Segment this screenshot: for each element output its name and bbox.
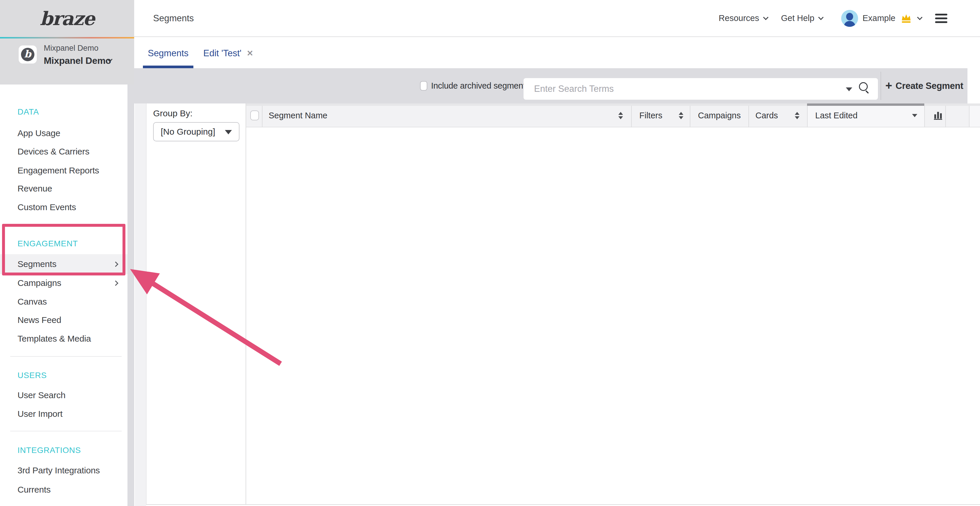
sidebar-item-campaigns[interactable]: Campaigns xyxy=(18,277,122,289)
sidebar-item-user-import[interactable]: User Import xyxy=(18,408,122,420)
sidebar-item-label: Campaigns xyxy=(18,278,61,288)
sidebar-item-currents[interactable]: Currents xyxy=(18,484,122,495)
braze-b-icon: b xyxy=(21,48,34,61)
column-divider xyxy=(262,103,262,127)
user-avatar[interactable] xyxy=(841,10,858,27)
horizontal-scrollbar-thumb[interactable] xyxy=(807,103,924,106)
sidebar-section-data: DATA xyxy=(18,107,39,117)
page-title: Segments xyxy=(153,0,194,36)
get-help-menu[interactable]: Get Help xyxy=(781,13,823,23)
group-by-panel: Group By: [No Grouping] xyxy=(146,103,246,505)
tab-bar: Segments Edit 'Test' ✕ xyxy=(134,38,980,68)
chevron-down-icon xyxy=(763,14,768,20)
select-all-checkbox[interactable] xyxy=(250,111,259,121)
get-help-label: Get Help xyxy=(781,13,815,23)
group-by-label: Group By: xyxy=(153,108,192,118)
crown-icon xyxy=(900,13,912,23)
sidebar-item-revenue[interactable]: Revenue xyxy=(18,183,122,194)
column-campaigns[interactable]: Campaigns xyxy=(698,103,741,127)
sidebar-item-app-usage[interactable]: App Usage xyxy=(18,127,122,139)
sidebar-section-engagement: ENGAGEMENT xyxy=(18,238,78,249)
sidebar-section-integrations: INTEGRATIONS xyxy=(18,445,81,455)
plus-icon: + xyxy=(886,79,892,92)
sort-filters[interactable] xyxy=(679,103,683,127)
resources-menu[interactable]: Resources xyxy=(719,13,768,23)
column-filters[interactable]: Filters xyxy=(640,103,662,127)
workspace-app-icon: b xyxy=(19,46,37,63)
group-by-value: [No Grouping] xyxy=(161,127,215,137)
column-divider xyxy=(748,103,749,127)
workspace-selector[interactable]: b Mixpanel Demo Mixpanel Demo xyxy=(0,38,135,84)
sidebar-header: braze xyxy=(0,0,134,37)
topbar-right: Resources Get Help Example xyxy=(719,0,947,36)
column-divider xyxy=(631,103,632,127)
workspace-title: Mixpanel Demo xyxy=(44,56,111,66)
analytics-chart-icon[interactable] xyxy=(932,103,945,127)
sidebar-item-templates-media[interactable]: Templates & Media xyxy=(18,333,122,344)
sort-last-edited-desc[interactable] xyxy=(912,103,917,127)
workspace-subtitle: Mixpanel Demo xyxy=(44,44,99,53)
tab-edit-test-label: Edit 'Test' xyxy=(203,48,242,59)
topbar: Segments Resources Get Help Example xyxy=(134,0,980,37)
create-segment-label: Create Segment xyxy=(896,81,963,91)
sidebar-item-user-search[interactable]: User Search xyxy=(18,389,122,401)
sidebar-item-canvas[interactable]: Canvas xyxy=(18,296,122,308)
sidebar-divider xyxy=(10,356,122,357)
braze-dashboard: braze b Mixpanel Demo Mixpanel Demo DATA… xyxy=(0,0,980,506)
create-segment-button[interactable]: + Create Segment xyxy=(881,68,967,103)
sidebar-item-segments[interactable]: Segments xyxy=(18,258,122,270)
column-divider xyxy=(945,103,946,127)
sidebar-item-custom-events[interactable]: Custom Events xyxy=(18,201,122,213)
tab-edit-test[interactable]: Edit 'Test' ✕ xyxy=(203,38,253,68)
column-divider xyxy=(924,103,925,127)
sidebar-item-3rd-party-integrations[interactable]: 3rd Party Integrations xyxy=(18,465,122,476)
user-name: Example xyxy=(862,13,896,23)
content-bottom-border xyxy=(146,504,980,505)
sidebar-item-devices-carriers[interactable]: Devices & Carriers xyxy=(18,146,122,157)
sidebar-scrollbar[interactable] xyxy=(127,84,134,506)
search-input[interactable] xyxy=(523,78,878,100)
sort-cards[interactable] xyxy=(795,103,799,127)
column-divider xyxy=(969,103,969,127)
caret-down-icon xyxy=(225,130,232,134)
column-segment-name[interactable]: Segment Name xyxy=(269,103,328,127)
resources-label: Resources xyxy=(719,13,759,23)
include-archived-checkbox[interactable] xyxy=(420,81,427,90)
column-divider xyxy=(807,103,808,127)
content-gutter xyxy=(135,103,146,506)
sort-segment-name[interactable] xyxy=(618,103,623,127)
sidebar-section-users: USERS xyxy=(18,370,47,381)
sidebar-divider xyxy=(10,431,122,431)
chevron-down-icon[interactable] xyxy=(917,14,922,20)
column-divider xyxy=(690,103,690,127)
group-by-select[interactable]: [No Grouping] xyxy=(153,122,239,141)
sidebar-item-engagement-reports[interactable]: Engagement Reports xyxy=(18,165,122,176)
include-archived-label: Include archived segments xyxy=(431,68,530,103)
column-cards[interactable]: Cards xyxy=(756,103,778,127)
search-icon[interactable] xyxy=(859,82,868,91)
close-icon[interactable]: ✕ xyxy=(247,49,253,58)
tab-segments[interactable]: Segments xyxy=(143,38,193,68)
filter-bar: Include archived segments + Create Segme… xyxy=(134,68,967,103)
sidebar-item-news-feed[interactable]: News Feed xyxy=(18,314,122,326)
segments-table-header: Segment Name Filters Campaigns Cards Las… xyxy=(246,103,980,127)
sidebar-item-label: Segments xyxy=(18,259,56,269)
chevron-down-icon xyxy=(818,14,823,20)
column-last-edited[interactable]: Last Edited xyxy=(815,103,858,127)
braze-logo: braze xyxy=(40,8,94,29)
table-scrollbar-gutter xyxy=(969,103,980,127)
sidebar-nav: DATA App Usage Devices & Carriers Engage… xyxy=(0,84,127,506)
hamburger-menu-icon[interactable] xyxy=(935,14,947,23)
search-dropdown-caret-icon[interactable] xyxy=(846,87,852,91)
